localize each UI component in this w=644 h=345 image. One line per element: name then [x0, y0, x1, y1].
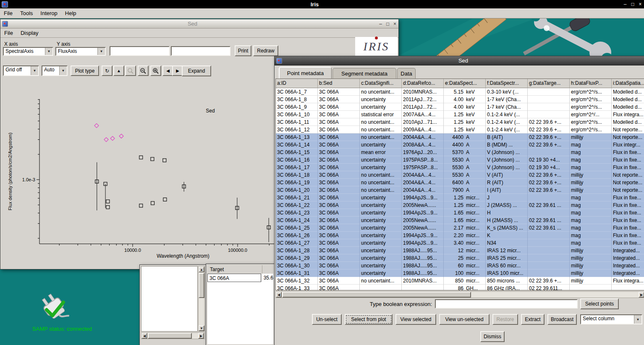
zoom-out-button[interactable] [138, 65, 149, 76]
table-row[interactable]: 3C 066A-1_193C 066Ano uncertaint...2004A… [276, 179, 644, 186]
column-header[interactable]: a:ID [276, 79, 318, 88]
table-row[interactable]: 3C 066A-1_123C 066Ano uncertaint...2009A… [276, 126, 644, 133]
select-from-plot-button[interactable]: Select from plot [345, 314, 393, 325]
expand-button[interactable]: Expand [182, 65, 211, 76]
minimize-icon[interactable]: – [377, 21, 384, 27]
table-row[interactable]: 3C 066A-1_173C 066Auncertainty1975PASP..… [276, 164, 644, 171]
print-button[interactable]: Print [235, 45, 251, 56]
table-row[interactable]: 3C 066A-1_73C 066Ano uncertaint...2010MN… [276, 88, 644, 96]
table-row[interactable]: 3C 066A-1_283C 066Auncertainty1988AJ....… [276, 247, 644, 254]
tab-data[interactable]: Data [397, 68, 416, 79]
plot-menu-file[interactable]: File [0, 30, 17, 36]
grid-combobox[interactable]: Grid off ▼ [3, 65, 39, 76]
menu-tools[interactable]: Tools [16, 10, 37, 16]
scroll-right-icon[interactable]: ▶ [639, 292, 644, 298]
scrollbar-thumb[interactable] [148, 333, 192, 339]
table-row[interactable]: 3C 066A-1_223C 066Auncertainty2005NewA..… [276, 201, 644, 209]
column-header[interactable]: e:DataSpect... [444, 79, 486, 88]
column-header[interactable]: d:DataRefco... [402, 79, 444, 88]
list-area[interactable] [141, 266, 198, 332]
column-header[interactable]: i:DataSpatia... [612, 79, 644, 88]
table-row[interactable]: 3C 066A-1_233C 066Auncertainty1994ApJS..… [276, 209, 644, 217]
close-icon[interactable]: × [636, 1, 644, 7]
table-row[interactable]: 3C 066A 35.6 [207, 274, 273, 282]
table-cell: V (Johnson) ... [486, 156, 528, 164]
scroll-down-icon[interactable]: ▼ [199, 325, 204, 331]
plot-window-titlebar[interactable]: Sed – □ × [0, 19, 398, 29]
scrollbar-thumb[interactable] [282, 292, 471, 298]
reset-view-button[interactable]: ↻ [102, 65, 113, 76]
scroll-right-icon[interactable]: ▶ [198, 333, 204, 339]
boolean-expression-input[interactable] [435, 299, 578, 308]
x-axis-combobox[interactable]: SpectralAxis ▼ [3, 47, 53, 56]
table-row[interactable]: 3C 066A-1_263C 066Auncertainty1994ApJS..… [276, 232, 644, 239]
column-header[interactable]: b:Sed [318, 79, 360, 88]
scrollbar-thumb[interactable] [199, 273, 204, 298]
table-row[interactable]: 3C 066A-1_333C 066A86GH...86 GHz (IRA...… [276, 285, 644, 290]
column-header[interactable]: h:DataFluxP... [570, 79, 612, 88]
target-column-header[interactable]: Target [207, 265, 262, 274]
menu-help[interactable]: Help [61, 10, 80, 16]
zoom-fit-button[interactable]: ▲ [113, 65, 124, 76]
menu-interop[interactable]: Interop [37, 10, 61, 16]
view-unselected-button[interactable]: View un-selected [439, 314, 490, 325]
table-row[interactable]: 3C 066A-1_253C 066Auncertainty2005NewA..… [276, 224, 644, 232]
column-header[interactable]: f:DataSpectr... [486, 79, 528, 88]
minimize-icon[interactable]: – [621, 1, 629, 7]
zoom-region-button[interactable] [125, 65, 136, 76]
auto-combobox[interactable]: Auto ▼ [42, 65, 68, 76]
restore-button[interactable]: Restore [492, 314, 518, 325]
scroll-left-icon[interactable]: ◀ [276, 292, 282, 298]
table-row[interactable]: 3C 066A-1_213C 066Auncertainty1994ApJS..… [276, 194, 644, 201]
table-row[interactable]: 3C 066A-1_243C 066Auncertainty2005NewA..… [276, 217, 644, 224]
table-row[interactable]: 3C 066A-1_83C 066Auncertainty2011ApJ...7… [276, 96, 644, 103]
table-row[interactable]: 3C 066A-1_93C 066Auncertainty2011ApJ...7… [276, 103, 644, 111]
chevron-down-icon: ▼ [31, 66, 38, 75]
table-row[interactable]: 3C 066A-1_143C 066Auncertainty2008A&A...… [276, 141, 644, 149]
view-selected-button[interactable]: View selected [395, 314, 436, 325]
vertical-scrollbar[interactable]: ▲ ▼ [198, 266, 205, 332]
table-row[interactable]: 3C 066A-1_113C 066Ano uncertaint...2010A… [276, 118, 644, 126]
table-row[interactable]: 3C 066A-1_273C 066Auncertainty1994ApJS..… [276, 239, 644, 247]
table-row[interactable]: 3C 066A-1_313C 066Auncertainty1988AJ....… [276, 269, 644, 277]
plot-menu-display[interactable]: Display [17, 30, 42, 36]
column-header[interactable]: c:DataSignifi... [360, 79, 402, 88]
menu-file[interactable]: File [0, 10, 16, 16]
select-column-combobox[interactable]: Select column ▼ [580, 314, 642, 324]
maximize-icon[interactable]: □ [384, 21, 391, 27]
scroll-up-icon[interactable]: ▲ [199, 267, 204, 272]
table-row[interactable]: 3C 066A-1_293C 066Auncertainty1988AJ....… [276, 254, 644, 262]
close-icon[interactable]: × [391, 21, 398, 27]
tab-segment-metadata[interactable]: Segment metadata [332, 68, 396, 79]
table-cell: millijy [570, 171, 612, 179]
broadcast-button[interactable]: Broadcast [547, 314, 577, 325]
zoom-in-button[interactable] [150, 65, 161, 76]
table-cell [528, 262, 570, 269]
table-horizontal-scrollbar[interactable]: ◀ ▶ [275, 291, 644, 298]
y-axis-combobox[interactable]: FluxAxis ▼ [55, 47, 106, 56]
redraw-button[interactable]: Redraw [253, 45, 278, 56]
table-row[interactable]: 3C 066A-1_203C 066Ano uncertaint...2004A… [276, 186, 644, 194]
select-points-button[interactable]: Select points [580, 298, 619, 309]
plot-input-left[interactable] [110, 46, 170, 56]
column-header[interactable]: g:DataTarge... [528, 79, 570, 88]
table-row[interactable]: 3C 066A-1_103C 066Astatistical error2007… [276, 111, 644, 118]
table-row[interactable]: 3C 066A-1_133C 066Ano uncertaint...2004A… [276, 133, 644, 141]
table-row[interactable]: 3C 066A-1_153C 066Amean error1976ApJ...2… [276, 149, 644, 156]
plot-type-button[interactable]: Plot type [71, 65, 99, 76]
table-cell: 02 22 39.6 +... [528, 133, 570, 141]
table-row[interactable]: 3C 066A-1_163C 066Auncertainty1975PASP..… [276, 156, 644, 164]
extract-button[interactable]: Extract [521, 314, 545, 325]
table-row[interactable]: 3C 066A-1_303C 066Auncertainty1988AJ....… [276, 262, 644, 269]
table-cell: 3C 066A-1_21 [276, 194, 318, 201]
dismiss-button[interactable]: Dismiss [480, 331, 505, 342]
table-row[interactable]: 3C 066A-1_323C 066Ano uncertaint...2010M… [276, 277, 644, 285]
plot-input-right[interactable] [171, 46, 230, 56]
metadata-window-titlebar[interactable]: Sed [275, 56, 644, 65]
horizontal-scrollbar[interactable]: ◀ ▶ [141, 332, 205, 339]
table-row[interactable]: 3C 066A-1_183C 066Ano uncertaint...2004A… [276, 171, 644, 179]
maximize-icon[interactable]: □ [629, 1, 636, 7]
unselect-button[interactable]: Un-select [312, 314, 342, 325]
scroll-left-icon[interactable]: ◀ [141, 333, 147, 339]
tab-point-metadata[interactable]: Point metadata [279, 67, 332, 79]
